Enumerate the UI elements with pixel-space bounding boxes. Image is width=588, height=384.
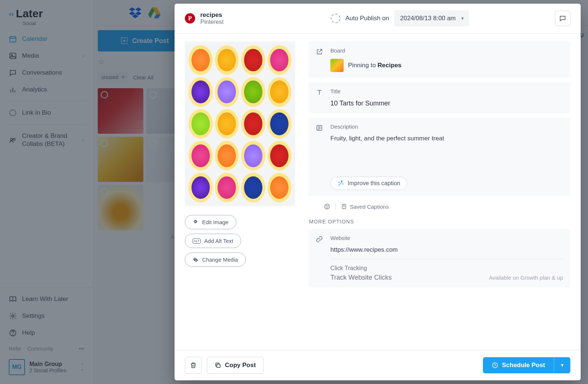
autopublish-icon	[331, 14, 340, 23]
close-button[interactable]: ✕	[570, 9, 584, 22]
add-alt-text-button[interactable]: ALT Add Alt Text	[185, 234, 241, 248]
alt-icon: ALT	[193, 238, 201, 244]
copy-post-button[interactable]: Copy Post	[207, 357, 263, 374]
change-media-button[interactable]: Change Media	[185, 252, 246, 267]
button-label: Change Media	[202, 256, 238, 263]
board-thumb	[330, 59, 344, 72]
title-value: 10 Tarts for Summer	[330, 100, 563, 107]
svg-point-26	[343, 184, 343, 184]
field-label: Title	[330, 88, 563, 94]
button-label: Saved Captions	[350, 204, 389, 210]
improve-caption-button[interactable]: Improve this caption	[330, 177, 407, 190]
edit-image-button[interactable]: Edit Image	[185, 215, 236, 229]
board-value: Pinning to Recipes	[348, 62, 402, 69]
website-value: https://www.recipes.com	[330, 246, 563, 259]
external-icon	[316, 47, 324, 72]
link-icon	[316, 235, 324, 281]
saved-captions-button[interactable]: Saved Captions	[341, 204, 389, 210]
website-field[interactable]: Website https://www.recipes.com Click Tr…	[308, 229, 570, 287]
pinterest-icon: P	[185, 13, 195, 24]
title-field[interactable]: Title 10 Tarts for Summer	[308, 82, 570, 113]
description-icon	[316, 123, 324, 190]
media-preview	[185, 42, 295, 206]
modal-footer: Copy Post Schedule Post ▼	[175, 350, 581, 380]
network-name: Pinterest	[200, 19, 223, 25]
board-field[interactable]: Board Pinning to Recipes	[308, 42, 570, 78]
button-label: Improve this caption	[348, 180, 400, 187]
modal-header: P recipes Pinterest Auto Publish on 2024…	[175, 4, 581, 33]
tracking-desc: Track Website Clicks	[330, 274, 392, 281]
emoji-button[interactable]	[324, 203, 330, 210]
comments-button[interactable]	[555, 11, 570, 26]
schedule-post-button[interactable]: Schedule Post	[483, 357, 554, 373]
account-name: recipes	[200, 11, 223, 19]
button-label: Schedule Post	[502, 362, 545, 369]
wand-icon	[337, 180, 344, 187]
button-label: Add Alt Text	[204, 238, 233, 244]
button-label: Copy Post	[225, 362, 256, 369]
delete-button[interactable]	[185, 357, 202, 374]
svg-point-29	[328, 206, 329, 207]
datetime-value: 2024/08/13 8:00 am	[400, 15, 456, 22]
datetime-picker[interactable]: 2024/08/13 8:00 am ▼	[394, 10, 469, 26]
chevron-down-icon: ▼	[460, 16, 465, 21]
svg-point-28	[326, 206, 327, 207]
description-field[interactable]: Description Fruity, light, and the perfe…	[308, 118, 570, 196]
field-label: Description	[330, 123, 563, 130]
button-label: Edit Image	[202, 219, 229, 225]
autopublish-label: Auto Publish on	[345, 15, 389, 22]
tracking-note: Available on Growth plan & up	[489, 274, 563, 281]
description-value: Fruity, light, and the perfect summer tr…	[330, 135, 563, 172]
more-options-heading: MORE OPTIONS	[309, 219, 570, 225]
field-label: Website	[330, 235, 563, 241]
field-label: Board	[330, 47, 563, 54]
svg-point-25	[339, 182, 340, 183]
svg-point-27	[325, 204, 330, 209]
post-editor-modal: ✕ P recipes Pinterest Auto Publish on 20…	[175, 4, 581, 380]
text-icon	[316, 88, 324, 107]
tracking-label: Click Tracking	[330, 265, 563, 272]
schedule-dropdown-button[interactable]: ▼	[554, 357, 570, 373]
svg-rect-35	[217, 364, 220, 367]
